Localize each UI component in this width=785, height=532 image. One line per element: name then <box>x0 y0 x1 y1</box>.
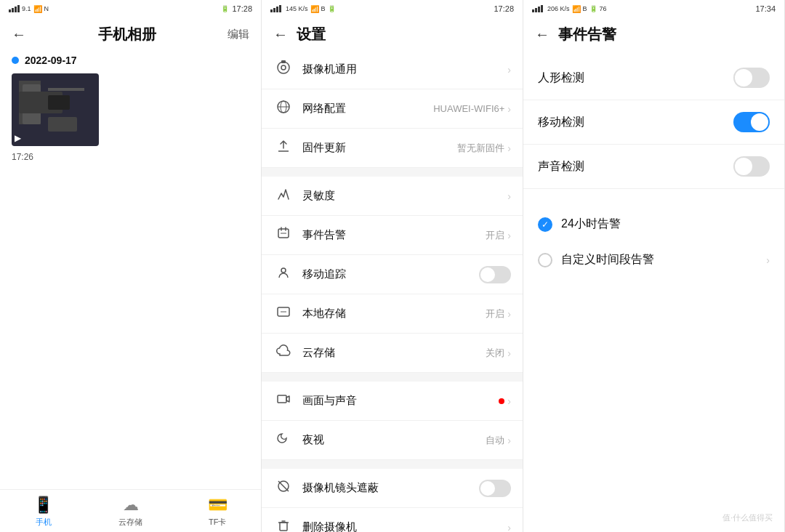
person-detection-toggle[interactable] <box>733 68 770 88</box>
divider-3 <box>262 460 523 469</box>
motion-track-icon <box>273 265 294 283</box>
settings-item-local-storage[interactable]: 本地存储 开启 › <box>262 294 523 334</box>
custom-time-radio[interactable] <box>538 253 552 267</box>
settings-title: 设置 <box>297 25 326 44</box>
nav-tf-label: TF卡 <box>209 517 226 528</box>
network-arrow: › <box>507 103 511 115</box>
motion-track-toggle[interactable] <box>479 266 511 283</box>
nfc-icon: N <box>44 5 49 12</box>
back-button-3[interactable]: ← <box>535 26 550 43</box>
date-dot <box>12 57 19 64</box>
settings-list: 摄像机通用 › 网络配置 HUAWEI-WIFI6+ › 固件更新 暂无新固件 … <box>262 50 523 532</box>
status-left-1: 9.1 📶 N <box>9 5 49 13</box>
event-alert-topbar: ← 事件告警 <box>523 17 784 50</box>
cloud-storage-arrow: › <box>507 347 511 359</box>
video-audio-label: 画面与声音 <box>302 394 499 408</box>
sound-detection-label: 声音检测 <box>538 159 733 174</box>
cloud-storage-icon <box>273 344 294 362</box>
battery-3: 🔋 <box>589 5 597 12</box>
settings-item-cloud-storage[interactable]: 云存储 关闭 › <box>262 334 523 373</box>
svg-point-0 <box>278 62 289 73</box>
photo-grid[interactable]: ▶ <box>0 70 261 149</box>
status-right-1: 🔋 17:28 <box>221 4 252 13</box>
status-bar-3: 206 K/s 📶 B 🔋 76 17:34 <box>523 0 784 17</box>
sound-detection-toggle[interactable] <box>733 156 770 177</box>
date-label: 2022-09-17 <box>25 55 77 66</box>
tf-nav-icon: 💳 <box>208 496 228 515</box>
nav-phone[interactable]: 📱 手机 <box>0 496 87 528</box>
delete-camera-icon <box>273 518 294 532</box>
cloud-nav-icon: ☁ <box>123 496 139 515</box>
time-display-1: 17:28 <box>232 4 252 13</box>
settings-item-lens-cover[interactable]: 摄像机镜头遮蔽 <box>262 469 523 508</box>
settings-topbar: ← 设置 <box>262 17 523 50</box>
lens-cover-toggle[interactable] <box>479 480 511 497</box>
back-button-1[interactable]: ← <box>12 26 26 43</box>
panel-event-alert: 206 K/s 📶 B 🔋 76 17:34 ← 事件告警 人形检测 移动检测 … <box>523 0 785 532</box>
settings-item-video-audio[interactable]: 画面与声音 › <box>262 382 523 421</box>
video-audio-right: › <box>499 395 511 407</box>
option-custom-time[interactable]: 自定义时间段告警 › <box>523 242 784 278</box>
back-button-2[interactable]: ← <box>273 26 288 43</box>
delete-camera-arrow: › <box>507 522 511 533</box>
sensitivity-arrow: › <box>507 190 511 202</box>
alert-item-person[interactable]: 人形检测 <box>523 56 784 100</box>
option-24h[interactable]: ✓ 24小时告警 <box>523 206 784 242</box>
sensitivity-icon <box>273 187 294 205</box>
nav-tf[interactable]: 💳 TF卡 <box>174 496 261 528</box>
battery-icon: 🔋 <box>221 5 229 12</box>
24h-label: 24小时告警 <box>561 217 770 232</box>
settings-item-night-vision[interactable]: 夜视 自动 › <box>262 421 523 460</box>
event-alert-value: 开启 <box>486 229 504 242</box>
local-storage-arrow: › <box>507 308 511 320</box>
settings-item-motion-track[interactable]: 移动追踪 <box>262 255 523 294</box>
settings-item-event-alert[interactable]: 事件告警 开启 › <box>262 216 523 255</box>
nav-cloud[interactable]: ☁ 云存储 <box>87 496 174 528</box>
firmware-value: 暂无新固件 <box>457 142 504 155</box>
local-storage-label: 本地存储 <box>302 307 486 321</box>
cloud-storage-value: 关闭 <box>486 347 504 360</box>
camera-general-label: 摄像机通用 <box>302 63 507 76</box>
video-play-icon: ▶ <box>15 133 21 143</box>
camera-general-icon <box>273 60 294 78</box>
panel-settings: 145 K/s 📶 B 🔋 17:28 ← 设置 摄像机通用 › 网络配置 <box>262 0 523 532</box>
video-audio-arrow: › <box>507 395 511 407</box>
camera-general-arrow: › <box>507 64 511 76</box>
edit-button[interactable]: 编辑 <box>228 28 249 41</box>
nav-cloud-label: 云存储 <box>118 517 142 528</box>
settings-item-delete-camera[interactable]: 删除摄像机 › <box>262 508 523 532</box>
svg-rect-15 <box>280 523 287 531</box>
cloud-storage-label: 云存储 <box>302 346 486 360</box>
status-right-3: 17:34 <box>755 4 776 13</box>
status-bar-2: 145 K/s 📶 B 🔋 17:28 <box>262 0 523 17</box>
night-vision-label: 夜视 <box>302 433 486 447</box>
settings-item-firmware[interactable]: 固件更新 暂无新固件 › <box>262 129 523 168</box>
bottom-navigation: 📱 手机 ☁ 云存储 💳 TF卡 <box>0 489 261 532</box>
night-vision-arrow: › <box>507 435 511 446</box>
motion-detection-toggle[interactable] <box>733 112 770 132</box>
svg-rect-2 <box>281 60 286 63</box>
event-alert-arrow: › <box>507 230 511 241</box>
alert-item-sound[interactable]: 声音检测 <box>523 145 784 189</box>
panel-phone-album: 9.1 📶 N 🔋 17:28 ← 手机相册 编辑 2022-09-17 ▶ 1… <box>0 0 262 532</box>
svg-rect-12 <box>278 395 286 403</box>
wifi-icon-3: 📶 <box>572 5 581 13</box>
alert-item-motion[interactable]: 移动检测 <box>523 100 784 145</box>
signal-strength: 9.1 <box>22 5 31 12</box>
motion-detection-label: 移动检测 <box>538 115 733 130</box>
person-detection-label: 人形检测 <box>538 70 733 86</box>
local-storage-icon <box>273 305 294 323</box>
status-left-3: 206 K/s 📶 B 🔋 76 <box>532 5 607 13</box>
phone-nav-icon: 📱 <box>33 496 53 515</box>
settings-item-sensitivity[interactable]: 灵敏度 › <box>262 177 523 216</box>
24h-radio-checked[interactable]: ✓ <box>538 217 552 232</box>
time-display-3: 17:34 <box>755 4 776 13</box>
settings-item-camera-general[interactable]: 摄像机通用 › <box>262 50 523 89</box>
photo-thumbnail[interactable]: ▶ <box>12 73 99 146</box>
net-speed-2: 145 K/s <box>286 6 308 12</box>
nav-phone-label: 手机 <box>36 517 52 528</box>
lens-cover-icon <box>273 479 294 497</box>
settings-item-network[interactable]: 网络配置 HUAWEI-WIFI6+ › <box>262 89 523 129</box>
custom-time-arrow: › <box>766 254 770 266</box>
motion-track-label: 移动追踪 <box>302 267 479 281</box>
